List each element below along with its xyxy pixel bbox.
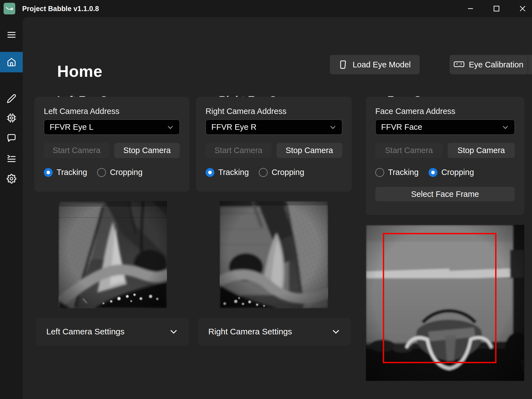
face-cropping-radio[interactable]: [429, 168, 437, 177]
eye-calibration-split-button: Eye Calibration: [450, 55, 532, 74]
left-start-camera-button[interactable]: Start Camera: [44, 143, 109, 158]
left-camera-settings-label: Left Camera Settings: [46, 327, 169, 336]
right-camera-address-select[interactable]: FFVR Eye R: [206, 120, 342, 135]
sidebar-menu-button[interactable]: [0, 26, 23, 44]
face-camera-address-label: Face Camera Address: [375, 107, 515, 116]
right-camera-address-value: FFVR Eye R: [211, 123, 329, 132]
vr-goggles-icon: [454, 60, 464, 69]
home-icon: [7, 57, 16, 67]
sidebar-item-logs[interactable]: [0, 150, 23, 167]
minimize-button[interactable]: [463, 2, 478, 16]
eye-calibration-label: Eye Calibration: [469, 60, 523, 69]
sidebar-item-home[interactable]: [0, 52, 23, 72]
sidebar: [0, 17, 23, 399]
right-cropping-radio[interactable]: [259, 168, 268, 177]
chevron-down-icon: [169, 327, 178, 336]
pencil-icon: [7, 94, 16, 103]
chip-icon: [7, 113, 16, 123]
right-stop-camera-button[interactable]: Stop Camera: [277, 143, 343, 158]
hamburger-icon: [7, 30, 16, 40]
close-button[interactable]: [515, 2, 530, 16]
right-start-camera-button[interactable]: Start Camera: [206, 143, 272, 158]
face-camera-address-select[interactable]: FFVR Face: [375, 120, 515, 135]
right-cropping-label: Cropping: [272, 168, 304, 177]
gear-icon: [7, 174, 16, 184]
left-tracking-radio[interactable]: [44, 168, 53, 177]
left-camera-address-value: FFVR Eye L: [50, 123, 167, 132]
maximize-icon: [493, 5, 500, 12]
maximize-button[interactable]: [489, 2, 504, 16]
right-eye-camera-feed: [220, 201, 328, 308]
left-cropping-radio[interactable]: [97, 168, 106, 177]
left-stop-camera-button[interactable]: Stop Camera: [114, 143, 180, 158]
chevron-down-icon: [329, 124, 336, 131]
right-camera-address-label: Right Camera Address: [206, 107, 342, 116]
app-title: Project Babble v1.1.0.8: [22, 0, 99, 17]
face-tracking-label: Tracking: [388, 168, 419, 177]
minimize-icon: [467, 5, 474, 12]
right-eye-camera-preview: [220, 201, 328, 308]
eye-calibration-button[interactable]: Eye Calibration: [450, 55, 528, 74]
face-tracking-radio[interactable]: [375, 168, 384, 177]
sidebar-item-edit[interactable]: [0, 90, 23, 107]
chevron-down-icon: [331, 327, 340, 336]
app-logo: [4, 3, 15, 14]
close-icon: [519, 5, 526, 12]
load-eye-model-button[interactable]: Load Eye Model: [330, 55, 420, 74]
chevron-down-icon: [167, 124, 174, 131]
face-camera-panel: Face Camera Address FFVR Face Start Came…: [366, 97, 524, 215]
model-page-icon: [339, 60, 348, 69]
project-babble-window: { "titlebar": { "app_title": "Project Ba…: [0, 0, 532, 399]
face-stop-camera-button[interactable]: Stop Camera: [448, 143, 515, 158]
face-cropping-label: Cropping: [441, 168, 474, 177]
eye-calibration-dropdown-button[interactable]: [528, 55, 532, 74]
left-eye-camera-panel: Left Camera Address FFVR Eye L Start Cam…: [34, 97, 189, 192]
right-tracking-label: Tracking: [218, 168, 249, 177]
right-eye-camera-panel: Right Camera Address FFVR Eye R Start Ca…: [196, 97, 352, 192]
babble-smile-icon: [5, 4, 14, 13]
right-camera-settings-label: Right Camera Settings: [208, 327, 331, 336]
left-eye-camera-preview: [59, 201, 167, 308]
chevron-down-icon: [502, 124, 509, 131]
left-eye-camera-feed: [59, 201, 167, 308]
left-cropping-label: Cropping: [110, 168, 143, 177]
face-crop-rectangle[interactable]: [383, 233, 496, 363]
chat-bubble-icon: [7, 133, 16, 143]
left-camera-address-label: Left Camera Address: [44, 107, 180, 116]
left-camera-address-select[interactable]: FFVR Eye L: [44, 120, 180, 135]
sidebar-item-messages[interactable]: [0, 129, 23, 147]
left-tracking-label: Tracking: [57, 168, 87, 177]
select-face-frame-button[interactable]: Select Face Frame: [375, 187, 515, 201]
face-camera-address-value: FFVR Face: [381, 123, 502, 132]
log-list-icon: [7, 154, 16, 164]
face-camera-preview[interactable]: [366, 225, 524, 381]
sidebar-item-settings[interactable]: [0, 170, 23, 187]
page-title: Home: [57, 62, 102, 80]
right-tracking-radio[interactable]: [206, 168, 214, 177]
face-start-camera-button[interactable]: Start Camera: [375, 143, 443, 158]
left-camera-settings-expander[interactable]: Left Camera Settings: [36, 318, 189, 345]
right-camera-settings-expander[interactable]: Right Camera Settings: [198, 318, 351, 345]
load-eye-model-label: Load Eye Model: [353, 60, 411, 69]
sidebar-item-module[interactable]: [0, 109, 23, 127]
titlebar: Project Babble v1.1.0.8: [0, 0, 532, 17]
